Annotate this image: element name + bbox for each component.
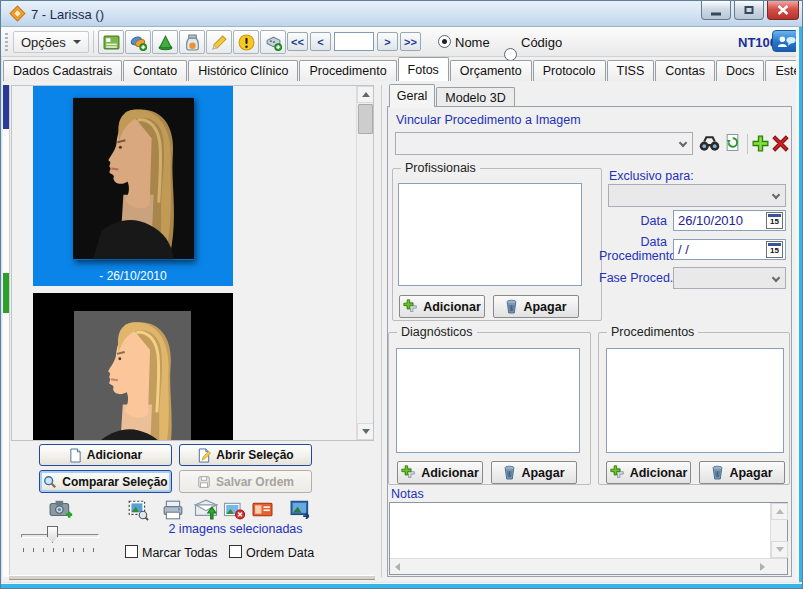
- title-bar: [1, 1, 803, 27]
- tab-protocolo[interactable]: Protocolo: [533, 60, 606, 81]
- edit-button[interactable]: [206, 30, 232, 54]
- pills-icon: [130, 34, 147, 51]
- fase-value: [674, 267, 682, 289]
- options-button[interactable]: Opções: [13, 31, 89, 53]
- subtab-geral[interactable]: Geral: [389, 84, 435, 107]
- link-procedure-label: Vincular Procedimento a Imagem: [396, 113, 581, 127]
- tab-tiss[interactable]: TISS: [607, 60, 655, 81]
- diagnosticos-add-button[interactable]: Adicionar: [397, 461, 483, 484]
- photo-caption: - 26/10/2010: [33, 269, 233, 283]
- nav-next-button[interactable]: >: [377, 32, 398, 51]
- remove-image-button[interactable]: [223, 500, 246, 524]
- open-selection-button[interactable]: Abrir Seleção: [179, 444, 312, 466]
- export-image-button[interactable]: [290, 499, 312, 523]
- register-button[interactable]: [260, 30, 286, 54]
- procedimentos-add-button[interactable]: Adicionar: [606, 461, 691, 484]
- fase-combo[interactable]: [673, 267, 786, 289]
- order-date-checkbox[interactable]: [229, 545, 242, 558]
- plus-icon: [401, 465, 416, 480]
- thumbnail-size-slider[interactable]: [47, 526, 58, 543]
- cone-button[interactable]: [152, 30, 178, 54]
- subtab-modelo-3d[interactable]: Modelo 3D: [436, 87, 515, 107]
- left-panel-bottom-edge: [9, 575, 375, 580]
- procedimentos-list[interactable]: [606, 348, 784, 453]
- selected-count-label: 2 imagens selecionadas: [133, 522, 338, 536]
- diagnosticos-delete-button[interactable]: Apagar: [491, 461, 577, 484]
- exclusivo-combo[interactable]: [608, 184, 786, 207]
- scrollbar-thumb[interactable]: [358, 104, 373, 134]
- minimize-button[interactable]: [701, 1, 731, 20]
- scroll-up-button[interactable]: [357, 86, 374, 103]
- tab-dados-cadastrais[interactable]: Dados Cadastrais: [3, 60, 122, 81]
- arrow-left-icon: [395, 563, 400, 571]
- data-procedimento-calendar-button[interactable]: 15: [766, 241, 783, 258]
- card-icon: [252, 501, 273, 518]
- compare-selection-button[interactable]: Comparar Seleção: [39, 470, 172, 493]
- procedimentos-title: Procedimentos: [607, 325, 698, 339]
- radio-nome[interactable]: [438, 35, 451, 48]
- add-camera-button[interactable]: [49, 499, 73, 523]
- add-photo-button[interactable]: Adicionar: [39, 444, 172, 466]
- notas-textarea[interactable]: [389, 502, 788, 575]
- close-button[interactable]: [767, 1, 799, 20]
- tab-historico-clinico[interactable]: Histórico Clínico: [188, 60, 298, 81]
- arrow-down-icon: [362, 429, 370, 434]
- find-button[interactable]: [699, 135, 720, 156]
- tab-procedimento[interactable]: Procedimento: [299, 60, 396, 81]
- photo-thumbnail-selected[interactable]: - 26/10/2010: [33, 86, 233, 286]
- nav-prev-button[interactable]: <: [310, 32, 331, 51]
- medication-button[interactable]: [125, 30, 151, 54]
- tab-contato[interactable]: Contato: [123, 60, 187, 81]
- chevron-down-icon: [679, 139, 687, 147]
- toolbar-grip[interactable]: [5, 33, 8, 51]
- scroll-down-button[interactable]: [357, 423, 374, 440]
- notas-vscrollbar[interactable]: [770, 503, 787, 558]
- maximize-button[interactable]: [734, 1, 764, 20]
- open-selection-label: Abrir Seleção: [216, 448, 293, 462]
- record-number-input[interactable]: [334, 32, 374, 51]
- email-button[interactable]: [194, 499, 218, 524]
- tab-fotos[interactable]: Fotos: [398, 57, 449, 81]
- photo-list-scrollbar[interactable]: [356, 86, 373, 440]
- notas-scroll-up[interactable]: [771, 503, 788, 520]
- records-button[interactable]: [98, 30, 124, 54]
- plus-icon: [610, 465, 625, 480]
- tab-orcamento[interactable]: Orçamento: [450, 60, 532, 81]
- notas-scroll-down[interactable]: [771, 541, 788, 558]
- data-procedimento-label: Data Procedimento: [599, 235, 667, 263]
- profissionais-add-button[interactable]: Adicionar: [399, 295, 485, 318]
- link-procedure-value: [396, 132, 404, 154]
- notas-label: Notas: [391, 487, 424, 501]
- add-link-button[interactable]: [752, 135, 769, 156]
- profissionais-list[interactable]: [398, 183, 582, 286]
- save-order-label: Salvar Ordem: [216, 475, 294, 489]
- add-photo-label: Adicionar: [87, 448, 142, 462]
- procedimentos-delete-button[interactable]: Apagar: [699, 461, 785, 484]
- check-all-checkbox[interactable]: [125, 545, 138, 558]
- alert-button[interactable]: [233, 30, 259, 54]
- refresh-button[interactable]: [724, 133, 741, 157]
- tab-docs[interactable]: Docs: [716, 60, 764, 81]
- photo-thumbnail-2[interactable]: [33, 293, 233, 441]
- link-procedure-combo[interactable]: [395, 132, 693, 155]
- camera-add-icon: [49, 499, 73, 519]
- tab-contas[interactable]: Contas: [655, 60, 715, 81]
- print-button[interactable]: [162, 500, 184, 524]
- thumbnail-size-slider-track[interactable]: [21, 534, 99, 538]
- icon-separator: [747, 134, 748, 154]
- diagnosticos-list[interactable]: [396, 348, 580, 453]
- nav-first-button[interactable]: <<: [287, 32, 308, 51]
- data-calendar-button[interactable]: 15: [766, 212, 783, 229]
- delete-link-button[interactable]: [772, 135, 789, 156]
- collapsed-side-strip[interactable]: [3, 85, 10, 577]
- users-button[interactable]: [772, 30, 799, 52]
- notas-hscrollbar[interactable]: [390, 558, 787, 574]
- people-icon: [775, 34, 797, 49]
- card-button[interactable]: [252, 501, 273, 522]
- chevron-down-icon: [73, 40, 81, 44]
- chevron-down-icon: [772, 191, 780, 199]
- jar-button[interactable]: [179, 30, 205, 54]
- save-order-button[interactable]: Salvar Ordem: [179, 470, 312, 493]
- profissionais-delete-button[interactable]: Apagar: [493, 295, 579, 318]
- nav-last-button[interactable]: >>: [400, 32, 421, 51]
